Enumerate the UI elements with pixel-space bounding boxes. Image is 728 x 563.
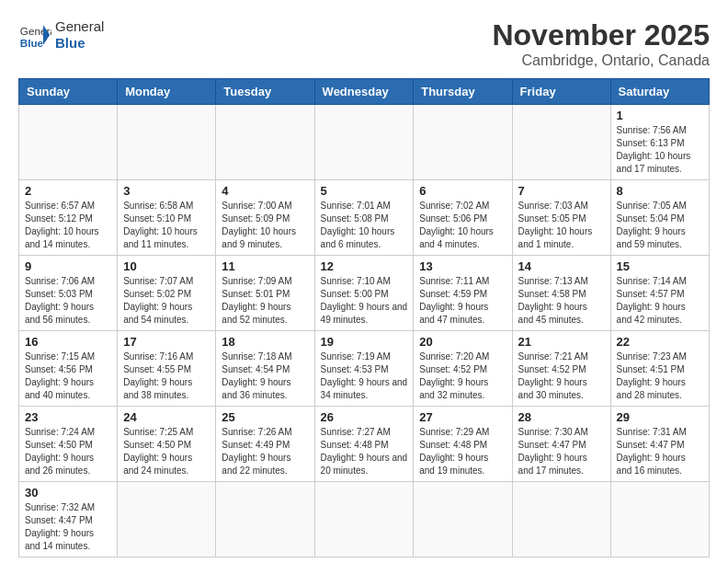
calendar-cell: 5Sunrise: 7:01 AM Sunset: 5:08 PM Daylig…: [314, 180, 414, 256]
day-number: 6: [419, 184, 506, 198]
calendar-table: SundayMondayTuesdayWednesdayThursdayFrid…: [18, 78, 710, 557]
calendar-cell: [414, 105, 512, 180]
day-info: Sunrise: 6:57 AM Sunset: 5:12 PM Dayligh…: [25, 200, 111, 251]
calendar-cell: 3Sunrise: 6:58 AM Sunset: 5:10 PM Daylig…: [118, 180, 216, 256]
day-number: 23: [25, 410, 111, 424]
day-info: Sunrise: 7:03 AM Sunset: 5:05 PM Dayligh…: [518, 200, 605, 251]
calendar-cell: 27Sunrise: 7:29 AM Sunset: 4:48 PM Dayli…: [414, 407, 512, 482]
day-info: Sunrise: 7:06 AM Sunset: 5:03 PM Dayligh…: [25, 275, 111, 327]
calendar-cell: [314, 105, 414, 180]
logo-general: General: [55, 18, 104, 35]
calendar-cell: [414, 482, 512, 557]
calendar-cell: 19Sunrise: 7:19 AM Sunset: 4:53 PM Dayli…: [314, 331, 414, 407]
logo: General Blue General Blue: [18, 18, 104, 52]
day-info: Sunrise: 6:58 AM Sunset: 5:10 PM Dayligh…: [123, 200, 210, 251]
day-number: 5: [321, 184, 408, 198]
calendar-cell: 15Sunrise: 7:14 AM Sunset: 4:57 PM Dayli…: [610, 256, 709, 331]
day-number: 7: [518, 184, 605, 198]
day-info: Sunrise: 7:30 AM Sunset: 4:47 PM Dayligh…: [518, 426, 605, 477]
day-info: Sunrise: 7:27 AM Sunset: 4:48 PM Dayligh…: [321, 426, 408, 477]
calendar-cell: [512, 105, 610, 180]
calendar-cell: 23Sunrise: 7:24 AM Sunset: 4:50 PM Dayli…: [19, 407, 118, 482]
day-number: 22: [617, 335, 703, 349]
day-number: 4: [222, 184, 308, 198]
title-area: November 2025 Cambridge, Ontario, Canada: [492, 18, 710, 69]
day-number: 21: [518, 335, 605, 349]
day-number: 2: [25, 184, 111, 198]
calendar-cell: 14Sunrise: 7:13 AM Sunset: 4:58 PM Dayli…: [512, 256, 610, 331]
day-info: Sunrise: 7:00 AM Sunset: 5:09 PM Dayligh…: [222, 200, 308, 251]
calendar-cell: 22Sunrise: 7:23 AM Sunset: 4:51 PM Dayli…: [610, 331, 709, 407]
calendar-cell: [314, 482, 414, 557]
calendar-week-row: 1Sunrise: 7:56 AM Sunset: 6:13 PM Daylig…: [19, 105, 710, 180]
day-number: 29: [617, 410, 703, 424]
day-info: Sunrise: 7:31 AM Sunset: 4:47 PM Dayligh…: [617, 426, 703, 477]
day-number: 18: [222, 335, 308, 349]
weekday-header-monday: Monday: [118, 79, 216, 105]
day-info: Sunrise: 7:02 AM Sunset: 5:06 PM Dayligh…: [419, 200, 506, 251]
day-number: 10: [123, 259, 210, 273]
day-number: 28: [518, 410, 605, 424]
day-number: 1: [617, 109, 703, 122]
calendar-cell: 4Sunrise: 7:00 AM Sunset: 5:09 PM Daylig…: [216, 180, 314, 256]
calendar-cell: 18Sunrise: 7:18 AM Sunset: 4:54 PM Dayli…: [216, 331, 314, 407]
calendar-week-row: 30Sunrise: 7:32 AM Sunset: 4:47 PM Dayli…: [19, 482, 710, 557]
day-info: Sunrise: 7:15 AM Sunset: 4:56 PM Dayligh…: [25, 350, 111, 402]
day-number: 3: [123, 184, 210, 198]
day-info: Sunrise: 7:10 AM Sunset: 5:00 PM Dayligh…: [321, 275, 408, 327]
calendar-cell: 8Sunrise: 7:05 AM Sunset: 5:04 PM Daylig…: [610, 180, 709, 256]
calendar-week-row: 23Sunrise: 7:24 AM Sunset: 4:50 PM Dayli…: [19, 407, 710, 482]
day-info: Sunrise: 7:18 AM Sunset: 4:54 PM Dayligh…: [222, 350, 308, 402]
day-info: Sunrise: 7:16 AM Sunset: 4:55 PM Dayligh…: [123, 350, 210, 402]
day-info: Sunrise: 7:24 AM Sunset: 4:50 PM Dayligh…: [25, 426, 111, 477]
calendar-cell: 30Sunrise: 7:32 AM Sunset: 4:47 PM Dayli…: [19, 482, 118, 557]
weekday-header-row: SundayMondayTuesdayWednesdayThursdayFrid…: [19, 79, 710, 105]
calendar-cell: 9Sunrise: 7:06 AM Sunset: 5:03 PM Daylig…: [19, 256, 118, 331]
calendar-cell: [19, 105, 118, 180]
svg-text:Blue: Blue: [20, 37, 44, 49]
calendar-cell: 12Sunrise: 7:10 AM Sunset: 5:00 PM Dayli…: [314, 256, 414, 331]
day-info: Sunrise: 7:25 AM Sunset: 4:50 PM Dayligh…: [123, 426, 210, 477]
calendar-cell: 1Sunrise: 7:56 AM Sunset: 6:13 PM Daylig…: [610, 105, 709, 180]
calendar-week-row: 2Sunrise: 6:57 AM Sunset: 5:12 PM Daylig…: [19, 180, 710, 256]
calendar-cell: 10Sunrise: 7:07 AM Sunset: 5:02 PM Dayli…: [118, 256, 216, 331]
weekday-header-friday: Friday: [512, 79, 610, 105]
logo-icon: General Blue: [18, 18, 51, 52]
day-number: 26: [321, 410, 408, 424]
day-info: Sunrise: 7:23 AM Sunset: 4:51 PM Dayligh…: [617, 350, 703, 402]
logo-blue: Blue: [55, 35, 104, 52]
day-info: Sunrise: 7:09 AM Sunset: 5:01 PM Dayligh…: [222, 275, 308, 327]
calendar-cell: 20Sunrise: 7:20 AM Sunset: 4:52 PM Dayli…: [414, 331, 512, 407]
calendar-cell: 7Sunrise: 7:03 AM Sunset: 5:05 PM Daylig…: [512, 180, 610, 256]
calendar-cell: [512, 482, 610, 557]
day-info: Sunrise: 7:07 AM Sunset: 5:02 PM Dayligh…: [123, 275, 210, 327]
weekday-header-wednesday: Wednesday: [314, 79, 414, 105]
day-number: 12: [321, 259, 408, 273]
page-header: General Blue General Blue November 2025 …: [18, 18, 710, 69]
day-number: 20: [419, 335, 506, 349]
calendar-cell: [216, 105, 314, 180]
day-number: 9: [25, 259, 111, 273]
calendar-cell: 28Sunrise: 7:30 AM Sunset: 4:47 PM Dayli…: [512, 407, 610, 482]
day-info: Sunrise: 7:13 AM Sunset: 4:58 PM Dayligh…: [518, 275, 605, 327]
day-number: 15: [617, 259, 703, 273]
day-number: 17: [123, 335, 210, 349]
weekday-header-thursday: Thursday: [414, 79, 512, 105]
day-number: 25: [222, 410, 308, 424]
calendar-cell: 6Sunrise: 7:02 AM Sunset: 5:06 PM Daylig…: [414, 180, 512, 256]
day-info: Sunrise: 7:56 AM Sunset: 6:13 PM Dayligh…: [617, 124, 703, 176]
day-info: Sunrise: 7:14 AM Sunset: 4:57 PM Dayligh…: [617, 275, 703, 327]
day-number: 11: [222, 259, 308, 273]
weekday-header-saturday: Saturday: [610, 79, 709, 105]
day-number: 24: [123, 410, 210, 424]
day-number: 16: [25, 335, 111, 349]
day-info: Sunrise: 7:01 AM Sunset: 5:08 PM Dayligh…: [321, 200, 408, 251]
calendar-cell: [610, 482, 709, 557]
day-info: Sunrise: 7:21 AM Sunset: 4:52 PM Dayligh…: [518, 350, 605, 402]
calendar-cell: [118, 105, 216, 180]
day-number: 19: [321, 335, 408, 349]
calendar-cell: [118, 482, 216, 557]
calendar-cell: 25Sunrise: 7:26 AM Sunset: 4:49 PM Dayli…: [216, 407, 314, 482]
day-number: 13: [419, 259, 506, 273]
day-number: 14: [518, 259, 605, 273]
